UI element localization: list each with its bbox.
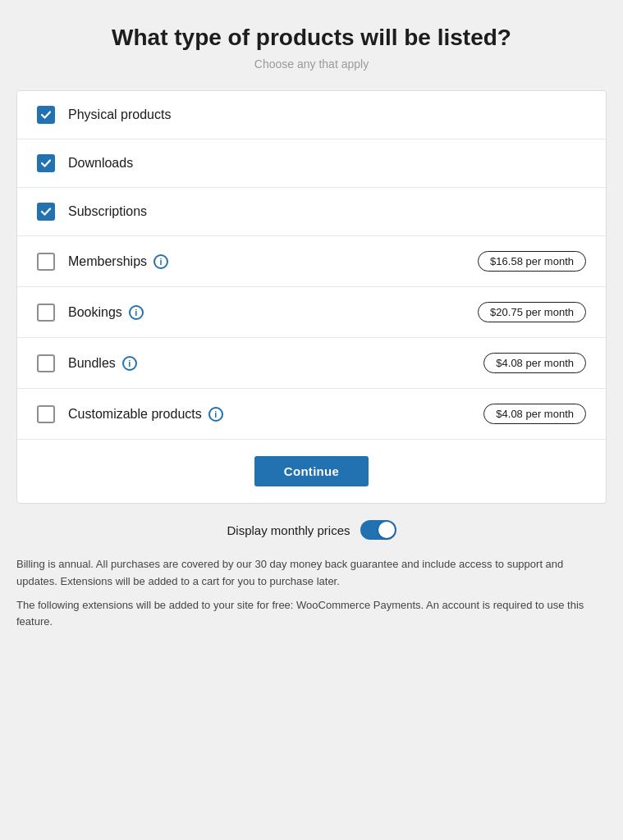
options-card: Physical products Downloads Subscription…	[16, 90, 607, 504]
page-container: What type of products will be listed? Ch…	[16, 25, 607, 631]
option-label-physical: Physical products	[68, 107, 586, 122]
checkbox-unchecked-memberships	[37, 253, 55, 271]
checkbox-bundles[interactable]	[37, 354, 55, 372]
options-list: Physical products Downloads Subscription…	[17, 91, 606, 439]
toggle-knob	[378, 522, 395, 538]
continue-button[interactable]: Continue	[254, 456, 369, 486]
checkbox-checked-physical	[37, 106, 55, 124]
checkbox-downloads[interactable]	[37, 154, 55, 172]
option-label-subscriptions: Subscriptions	[68, 204, 586, 219]
checkbox-unchecked-customizable	[37, 405, 55, 423]
checkbox-bookings[interactable]	[37, 304, 55, 322]
info-icon-bookings[interactable]: i	[129, 305, 144, 320]
info-icon-bundles[interactable]: i	[122, 356, 137, 371]
monthly-prices-toggle[interactable]	[360, 520, 396, 540]
option-row-physical[interactable]: Physical products	[17, 91, 606, 139]
option-label-customizable: Customizable productsi	[68, 407, 483, 422]
checkbox-customizable[interactable]	[37, 405, 55, 423]
continue-row: Continue	[17, 439, 606, 503]
option-label-bookings: Bookingsi	[68, 305, 478, 320]
option-row-memberships[interactable]: Membershipsi$16.58 per month	[17, 236, 606, 287]
checkbox-unchecked-bundles	[37, 354, 55, 372]
option-row-bundles[interactable]: Bundlesi$4.08 per month	[17, 338, 606, 389]
disclaimer-text: Billing is annual. All purchases are cov…	[16, 556, 607, 631]
option-row-downloads[interactable]: Downloads	[17, 139, 606, 188]
info-icon-memberships[interactable]: i	[153, 254, 168, 269]
page-subtitle: Choose any that apply	[16, 57, 607, 71]
price-badge-memberships: $16.58 per month	[478, 251, 586, 272]
price-badge-customizable: $4.08 per month	[483, 404, 586, 424]
toggle-row: Display monthly prices	[16, 520, 607, 540]
toggle-label: Display monthly prices	[227, 523, 350, 537]
option-row-bookings[interactable]: Bookingsi$20.75 per month	[17, 287, 606, 338]
price-badge-bundles: $4.08 per month	[483, 353, 586, 373]
checkbox-checked-subscriptions	[37, 203, 55, 221]
option-label-bundles: Bundlesi	[68, 356, 483, 371]
price-badge-bookings: $20.75 per month	[478, 302, 586, 322]
info-icon-customizable[interactable]: i	[208, 407, 223, 422]
option-label-memberships: Membershipsi	[68, 254, 478, 269]
checkbox-unchecked-bookings	[37, 304, 55, 322]
checkbox-subscriptions[interactable]	[37, 203, 55, 221]
checkbox-checked-downloads	[37, 154, 55, 172]
checkbox-physical[interactable]	[37, 106, 55, 124]
option-label-downloads: Downloads	[68, 156, 586, 171]
option-row-subscriptions[interactable]: Subscriptions	[17, 188, 606, 236]
option-row-customizable[interactable]: Customizable productsi$4.08 per month	[17, 389, 606, 439]
checkbox-memberships[interactable]	[37, 253, 55, 271]
page-title: What type of products will be listed?	[16, 25, 607, 51]
